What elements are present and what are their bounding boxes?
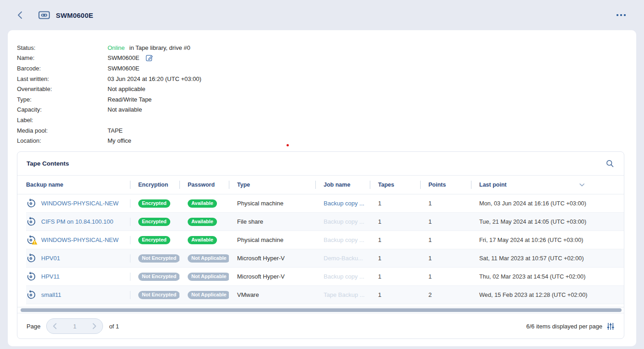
info-row: Label:	[17, 115, 636, 125]
info-value-text: TAPE	[108, 127, 123, 134]
points-cell: 1	[420, 200, 471, 207]
column-header[interactable]: Type	[229, 176, 315, 194]
info-value: Not available	[108, 106, 142, 113]
column-header-label: Encryption	[138, 182, 168, 188]
restore-point-icon	[26, 217, 36, 226]
last-point-cell: Tue, 21 May 2024 at 14:05 (UTC +03:00)	[471, 218, 624, 225]
edit-name-icon[interactable]	[146, 54, 153, 62]
job-name-link[interactable]: Backup copy ...	[324, 218, 364, 225]
table-row[interactable]: HPV11 Not Encrypted.. Not Applicable. Mi…	[26, 268, 624, 286]
topbar: SWM0600E	[0, 0, 644, 30]
restore-point-icon	[26, 290, 36, 300]
backup-name-link[interactable]: WINDOWS-PHYSICAL-NEW	[41, 236, 119, 243]
backup-name-link[interactable]: small11	[41, 291, 61, 298]
column-header[interactable]: Encryption	[130, 176, 179, 194]
restore-point-icon	[26, 272, 36, 281]
chevron-left-icon	[53, 323, 57, 329]
column-header-label: Password	[188, 182, 215, 188]
column-header[interactable]: Points	[420, 176, 471, 194]
column-header-label: Tapes	[378, 182, 394, 188]
table-row[interactable]: HPV01 Not Encrypted.. Not Applicable. Mi…	[26, 249, 624, 268]
panel-title: Tape Contents	[27, 160, 69, 167]
tapes-cell: 1	[370, 200, 420, 207]
cursor-dot	[287, 144, 289, 146]
info-value: Online in Tape library, drive #0	[108, 44, 190, 51]
back-button[interactable]	[15, 10, 25, 20]
encryption-badge: Not Encrypted	[138, 273, 179, 281]
info-row: Location: My office	[17, 135, 636, 146]
password-badge: Available	[188, 199, 217, 208]
warning-icon	[32, 239, 38, 245]
info-value: SWM0600E	[108, 54, 153, 62]
info-value: TAPE	[108, 127, 123, 134]
ellipsis-icon	[617, 14, 618, 16]
info-label: Label:	[17, 117, 108, 123]
page-prev-button[interactable]	[53, 323, 57, 329]
table-footer: Page 1 of 1 6/6 items displayed per page	[17, 313, 624, 339]
info-value: SWM0600E	[108, 65, 139, 72]
job-name-link[interactable]: Demo-Backu...	[324, 255, 363, 262]
info-value: My office	[108, 137, 131, 144]
tapes-cell: 1	[370, 273, 420, 280]
table-row[interactable]: WINDOWS-PHYSICAL-NEW Encrypted Available…	[26, 194, 624, 213]
info-value-text: Read/Write Tape	[108, 96, 152, 103]
password-badge: Not Applicable	[188, 273, 229, 281]
backup-name-link[interactable]: HPV01	[41, 255, 60, 262]
panel-header: Tape Contents	[17, 152, 624, 176]
table-row[interactable]: WINDOWS-PHYSICAL-NEW Encrypted Available…	[26, 231, 624, 249]
points-cell: 1	[420, 236, 471, 243]
info-value: 03 Jun 2024 at 16:20 (UTC +03:00)	[108, 75, 201, 82]
backup-name-link[interactable]: HPV11	[41, 273, 60, 280]
job-name-link[interactable]: Backup copy ...	[324, 273, 364, 280]
page-number-input[interactable]: 1	[73, 323, 76, 330]
sliders-icon[interactable]	[607, 322, 614, 330]
status-online-text: Online	[108, 44, 125, 51]
type-cell: Physical machine	[229, 236, 315, 243]
column-header[interactable]: Job name	[315, 176, 370, 194]
job-name-link[interactable]: Backup copy ...	[324, 200, 364, 207]
column-header-label: Job name	[324, 182, 350, 188]
column-header-label: Type	[237, 182, 250, 188]
search-icon[interactable]	[606, 159, 614, 168]
table-row[interactable]: small11 Not Encrypted.. Not Applicable. …	[26, 286, 624, 304]
column-header[interactable]: Backup name	[26, 176, 130, 194]
type-cell: Microsoft Hyper-V	[229, 273, 315, 280]
info-label: Status:	[17, 44, 108, 51]
info-label: Type:	[17, 96, 108, 103]
table-row[interactable]: CIFS PM on 10.84.100.100 Encrypted Avail…	[26, 213, 624, 231]
job-name-link[interactable]: Backup copy ...	[324, 236, 364, 243]
tapes-cell: 1	[370, 218, 420, 225]
info-label: Overwritable:	[17, 86, 108, 92]
column-header[interactable]: Password	[179, 176, 229, 194]
restore-point-icon	[26, 253, 36, 263]
more-actions-button[interactable]	[616, 11, 627, 19]
column-header[interactable]: Last point	[471, 176, 624, 194]
password-badge: Not Applicable	[188, 254, 229, 263]
info-value-text: My office	[108, 137, 131, 144]
scrollbar-thumb[interactable]	[21, 308, 622, 312]
info-label: Last written:	[17, 75, 108, 82]
points-cell: 1	[420, 218, 471, 225]
type-cell: Microsoft Hyper-V	[229, 255, 315, 262]
type-cell: Physical machine	[229, 200, 315, 207]
items-per-page-text: 6/6 items displayed per page	[526, 323, 602, 330]
backup-name-link[interactable]: CIFS PM on 10.84.100.100	[41, 218, 114, 225]
last-point-cell: Mon, 03 Jun 2024 at 16:16 (UTC +03:00)	[471, 200, 624, 207]
job-name-link[interactable]: Tape Backup ...	[324, 291, 365, 298]
encryption-badge: Not Encrypted	[138, 291, 179, 299]
info-row: Last written: 03 Jun 2024 at 16:20 (UTC …	[17, 74, 636, 84]
backup-name-link[interactable]: WINDOWS-PHYSICAL-NEW	[41, 200, 119, 207]
last-point-cell: Fri, 17 May 2024 at 10:26 (UTC +03:00)	[471, 236, 624, 243]
tape-contents-panel: Tape Contents Backup name Encryption Pas…	[17, 151, 624, 339]
password-badge: Available	[188, 236, 217, 244]
page-next-button[interactable]	[92, 323, 97, 329]
column-header[interactable]: Tapes	[370, 176, 420, 194]
encryption-badge: Encrypted	[138, 236, 170, 244]
column-header-label: Points	[428, 182, 446, 188]
horizontal-scrollbar	[17, 307, 624, 313]
points-cell: 1	[420, 255, 471, 262]
info-row: Capacity: Not available	[17, 105, 636, 115]
info-label: Capacity:	[17, 106, 108, 113]
restore-point-icon	[26, 235, 36, 245]
encryption-badge: Encrypted	[138, 199, 170, 208]
